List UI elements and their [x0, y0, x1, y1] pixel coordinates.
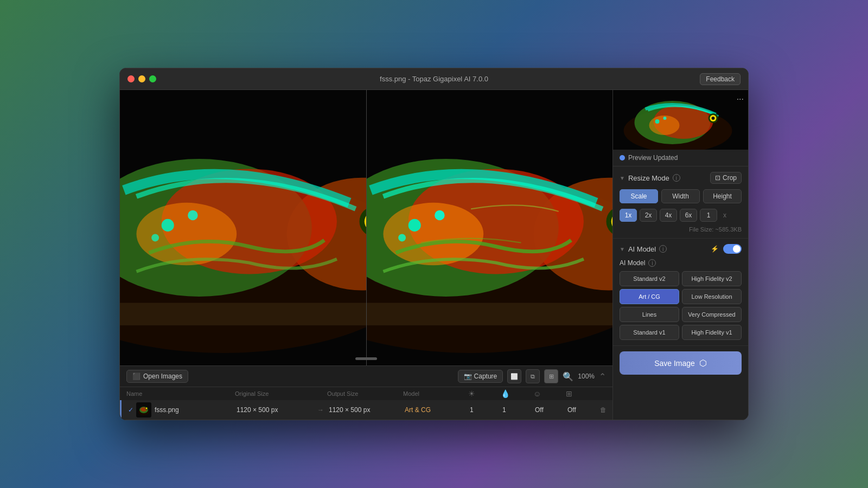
crop-button[interactable]: ⊡ Crop [710, 172, 742, 184]
ai-model-chevron-icon[interactable]: ▼ [620, 246, 625, 252]
model-lines-button[interactable]: Lines [620, 307, 679, 322]
preview-updated-dot [620, 155, 625, 160]
main-area: ⬛ Open Images 📷 Capture ⬜ ⧉ ⊞ 🔍 100% ⌃ [120, 90, 612, 420]
lightning-icon: ⚡ [711, 245, 719, 253]
resize-scale-button[interactable]: Scale [620, 189, 658, 203]
col-icon-1: ☀ [468, 389, 501, 398]
svg-point-12 [188, 210, 197, 220]
model-high-fidelity-v1-button[interactable]: High Fidelity v1 [682, 325, 742, 340]
resize-info-icon: i [673, 174, 680, 182]
close-button[interactable] [127, 75, 135, 82]
image-icon: ⬛ [132, 373, 141, 380]
main-content: ⬛ Open Images 📷 Capture ⬜ ⧉ ⊞ 🔍 100% ⌃ [120, 90, 748, 420]
resize-width-button[interactable]: Width [661, 189, 700, 203]
traffic-lights [127, 75, 156, 82]
model-standard-v2-button[interactable]: Standard v2 [620, 271, 679, 286]
arrow-icon: → [312, 406, 329, 414]
resize-height-button[interactable]: Height [703, 189, 742, 203]
file-name-cell: ✓ fsss.png [128, 402, 237, 418]
file-size-display: File Size: ~585.3KB [620, 226, 742, 233]
image-viewer[interactable] [120, 90, 612, 365]
svg-point-27 [398, 234, 406, 242]
svg-rect-16 [367, 303, 613, 326]
svg-point-20 [383, 203, 483, 265]
view-grid-button[interactable]: ⊞ [544, 369, 558, 383]
ai-model-section: ▼ AI Model i ⚡ AI Model i Standard v2 Hi… [613, 239, 748, 346]
open-images-button[interactable]: ⬛ Open Images [126, 370, 188, 383]
col-icon-4: ⊞ [566, 389, 598, 398]
scale-1x-button[interactable]: 1x [620, 209, 637, 222]
minimize-button[interactable] [138, 75, 145, 82]
ai-model-header: ▼ AI Model i ⚡ [620, 244, 742, 254]
bottom-bar: ⬛ Open Images 📷 Capture ⬜ ⧉ ⊞ 🔍 100% ⌃ [120, 365, 612, 420]
svg-point-6 [136, 203, 237, 265]
check-icon: ✓ [128, 406, 133, 414]
svg-point-40 [712, 117, 715, 120]
scale-custom-button[interactable]: 1 [700, 209, 717, 222]
app-window: fsss.png - Topaz Gigapixel AI 7.0.0 Feed… [119, 68, 749, 420]
file-thumbnail [136, 402, 151, 418]
zoom-icon: 🔍 [563, 371, 573, 382]
svg-point-26 [435, 210, 444, 220]
resize-mode-header: ▼ Resize Mode i ⊡ Crop [620, 172, 742, 184]
scale-2x-button[interactable]: 2x [640, 209, 657, 222]
preview-menu-icon[interactable]: ··· [737, 94, 744, 104]
zoom-display: 100% [578, 373, 595, 380]
image-original [120, 90, 367, 365]
expand-icon[interactable]: ⌃ [599, 371, 606, 382]
feedback-button[interactable]: Feedback [700, 73, 741, 85]
ai-model-label-row: AI Model i [620, 259, 742, 267]
scale-x-label: x [720, 209, 730, 221]
split-slider[interactable] [355, 357, 377, 360]
svg-point-25 [408, 219, 420, 232]
preview-thumbnail: ··· [613, 90, 748, 150]
view-split-button[interactable]: ⧉ [526, 369, 540, 383]
ai-model-info-icon: i [659, 245, 667, 253]
svg-point-43 [663, 117, 667, 120]
ai-model-toggle[interactable] [723, 244, 742, 254]
resize-mode-section: ▼ Resize Mode i ⊡ Crop Scale Width Heigh… [613, 166, 748, 239]
crop-icon: ⊡ [715, 174, 720, 182]
save-icon: ⬡ [699, 358, 707, 368]
resize-chevron-icon[interactable]: ▼ [620, 175, 625, 181]
model-standard-v1-button[interactable]: Standard v1 [620, 325, 679, 340]
model-very-compressed-button[interactable]: Very Compressed [682, 307, 742, 322]
svg-point-13 [151, 234, 159, 242]
col-icon-3: ☺ [533, 389, 566, 398]
scale-buttons: 1x 2x 4x 6x 1 x [620, 209, 742, 222]
bottom-toolbar: ⬛ Open Images 📷 Capture ⬜ ⧉ ⊞ 🔍 100% ⌃ [120, 366, 612, 387]
maximize-button[interactable] [149, 75, 156, 82]
ai-model-header-right: ⚡ [711, 244, 742, 254]
capture-button[interactable]: 📷 Capture [458, 370, 503, 383]
right-panel: ··· Preview Updated ▼ Resize Mode i ⊡ Cr… [612, 90, 748, 420]
svg-point-11 [162, 219, 174, 232]
save-image-button[interactable]: Save Image ⬡ [620, 351, 742, 375]
model-low-resolution-button[interactable]: Low Resolution [682, 289, 742, 304]
resize-header-right: ⊡ Crop [710, 172, 742, 184]
titlebar: fsss.png - Topaz Gigapixel AI 7.0.0 Feed… [120, 68, 748, 90]
window-title: fsss.png - Topaz Gigapixel AI 7.0.0 [380, 75, 488, 83]
scale-4x-button[interactable]: 4x [660, 209, 677, 222]
delete-icon[interactable]: 🗑 [600, 406, 612, 414]
toolbar-right: 📷 Capture ⬜ ⧉ ⊞ 🔍 100% ⌃ [458, 369, 606, 383]
file-table-header: Name Original Size Output Size Model ☀ 💧… [120, 387, 612, 400]
model-high-fidelity-v2-button[interactable]: High Fidelity v2 [682, 271, 742, 286]
image-processed [367, 90, 613, 365]
ai-model-grid: Standard v2 High Fidelity v2 Art / CG Lo… [620, 271, 742, 340]
capture-icon: 📷 [464, 373, 472, 380]
view-single-button[interactable]: ⬜ [507, 369, 521, 383]
preview-updated-status: Preview Updated [613, 150, 748, 166]
ai-model-sub-info-icon: i [648, 259, 656, 267]
model-art-cg-button[interactable]: Art / CG [620, 289, 679, 304]
svg-rect-2 [120, 303, 366, 326]
svg-point-33 [146, 408, 148, 409]
resize-buttons: Scale Width Height [620, 189, 742, 203]
col-icon-2: 💧 [501, 389, 533, 398]
svg-point-42 [655, 119, 660, 124]
table-row[interactable]: ✓ fsss.png [120, 400, 612, 420]
scale-6x-button[interactable]: 6x [680, 209, 697, 222]
